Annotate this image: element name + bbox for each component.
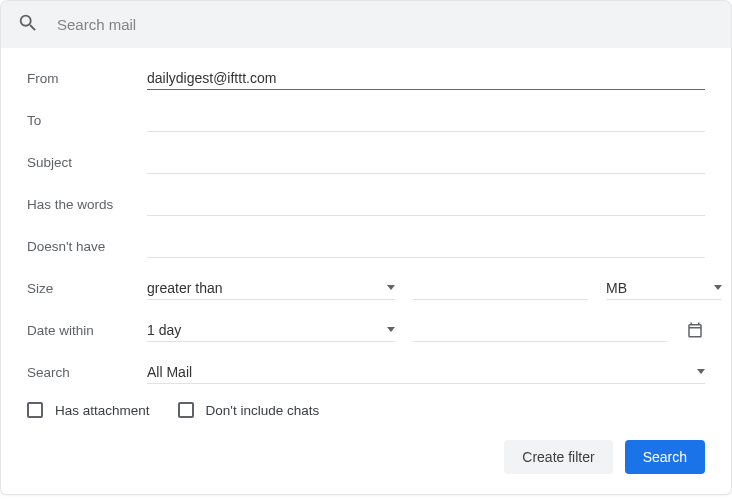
search-bar xyxy=(0,0,732,48)
row-to: To xyxy=(27,108,705,132)
checkbox-box xyxy=(27,402,43,418)
label-not-have: Doesn't have xyxy=(27,239,147,254)
size-unit-dropdown[interactable]: MB xyxy=(606,277,722,300)
create-filter-button[interactable]: Create filter xyxy=(504,440,612,474)
checkbox-row: Has attachment Don't include chats xyxy=(27,402,705,418)
search-button[interactable]: Search xyxy=(625,440,705,474)
has-attachment-checkbox[interactable]: Has attachment xyxy=(27,402,150,418)
row-has-words: Has the words xyxy=(27,192,705,216)
row-search-scope: Search All Mail xyxy=(27,360,705,384)
search-scope-value: All Mail xyxy=(147,364,192,380)
label-size: Size xyxy=(27,281,147,296)
row-date-within: Date within 1 day xyxy=(27,318,705,342)
has-attachment-label: Has attachment xyxy=(55,403,150,418)
size-value-input[interactable] xyxy=(413,277,588,300)
exclude-chats-checkbox[interactable]: Don't include chats xyxy=(178,402,320,418)
label-search-scope: Search xyxy=(27,365,147,380)
chevron-down-icon xyxy=(387,285,395,290)
subject-input[interactable] xyxy=(147,151,705,174)
from-input[interactable] xyxy=(147,67,705,90)
label-subject: Subject xyxy=(27,155,147,170)
to-input[interactable] xyxy=(147,109,705,132)
label-has-words: Has the words xyxy=(27,197,147,212)
size-comparator-dropdown[interactable]: greater than xyxy=(147,277,395,300)
label-from: From xyxy=(27,71,147,86)
size-unit-value: MB xyxy=(606,280,627,296)
size-comparator-value: greater than xyxy=(147,280,223,296)
has-words-input[interactable] xyxy=(147,193,705,216)
checkbox-box xyxy=(178,402,194,418)
search-scope-dropdown[interactable]: All Mail xyxy=(147,361,705,384)
search-icon xyxy=(17,12,39,38)
action-buttons: Create filter Search xyxy=(27,440,705,474)
row-subject: Subject xyxy=(27,150,705,174)
advanced-search-panel: From To Subject Has the words Doesn't ha… xyxy=(0,48,732,495)
row-from: From xyxy=(27,66,705,90)
row-not-have: Doesn't have xyxy=(27,234,705,258)
chevron-down-icon xyxy=(387,327,395,332)
date-value-input[interactable] xyxy=(413,319,667,342)
row-size: Size greater than MB xyxy=(27,276,705,300)
chevron-down-icon xyxy=(697,369,705,374)
label-date-within: Date within xyxy=(27,323,147,338)
label-to: To xyxy=(27,113,147,128)
date-range-dropdown[interactable]: 1 day xyxy=(147,319,395,342)
calendar-icon[interactable] xyxy=(685,321,705,339)
chevron-down-icon xyxy=(714,285,722,290)
not-have-input[interactable] xyxy=(147,235,705,258)
search-input[interactable] xyxy=(57,16,715,33)
exclude-chats-label: Don't include chats xyxy=(206,403,320,418)
date-range-value: 1 day xyxy=(147,322,181,338)
